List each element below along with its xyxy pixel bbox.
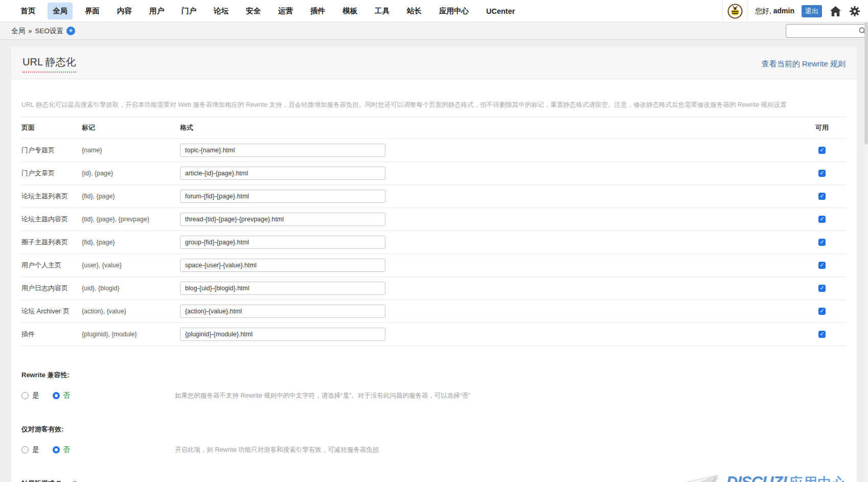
radio-no[interactable]: 否 [53, 391, 71, 400]
table-row: 圈子主题列表页 {fid}, {page} [21, 231, 847, 254]
watermark-text: DISCUZ! 应用中心 addon.dismall.com [726, 474, 847, 482]
breadcrumb: 全局 » SEO设置 [11, 27, 63, 36]
row-page-label: 圈子主题列表页 [21, 238, 82, 247]
table-header-row: 页面 标记 格式 可用 [21, 117, 847, 139]
page-description: URL 静态化可以提高搜索引擎抓取，开启本功能需要对 Web 服务器增加相应的 … [21, 101, 847, 109]
col-header-available: 可用 [797, 123, 847, 132]
bee-avatar-icon [727, 4, 743, 19]
nav-item-operation[interactable]: 运营 [273, 3, 298, 19]
available-checkbox[interactable] [818, 216, 826, 223]
nav-item-forum[interactable]: 论坛 [209, 3, 234, 19]
panel-body: URL 静态化可以提高搜索引擎抓取，开启本功能需要对 Web 服务器增加相应的 … [11, 101, 857, 482]
nav-item-global[interactable]: 全局 [48, 3, 73, 19]
gear-icon[interactable] [849, 5, 861, 17]
nav-item-portal[interactable]: 门户 [176, 3, 201, 19]
breadcrumb-bar: 全局 » SEO设置 + [0, 22, 868, 40]
radio-icon [53, 446, 60, 453]
format-input[interactable] [180, 328, 385, 341]
nav-item-home[interactable]: 首页 [15, 3, 40, 19]
row-page-label: 论坛 Archiver 页 [21, 307, 82, 316]
row-tags: {action}, {value} [82, 308, 180, 315]
radio-group-guests-only: 是 否 [21, 445, 175, 454]
nav-item-users[interactable]: 用户 [144, 3, 169, 19]
scrollbar-thumb[interactable] [864, 22, 868, 145]
paper-plane-icon [683, 474, 723, 482]
radio-icon [21, 392, 29, 399]
table-row: 门户文章页 {id}, {page} [21, 162, 847, 185]
nav-item-appcenter[interactable]: 应用中心 [434, 3, 474, 19]
available-checkbox[interactable] [818, 331, 826, 338]
nav-item-security[interactable]: 安全 [241, 3, 266, 19]
watermark-brand: DISCUZ! [726, 473, 787, 482]
row-tags: {fid}, {page} [82, 193, 180, 200]
nav-item-webmaster[interactable]: 站长 [402, 3, 427, 19]
page-title: URL 静态化 [22, 55, 76, 73]
available-checkbox[interactable] [818, 285, 826, 292]
table-row: 插件 {pluginid}, {module} [21, 323, 847, 346]
format-input[interactable] [180, 305, 385, 318]
seo-settings-panel: URL 静态化 查看当前的 Rewrite 规则 URL 静态化可以提高搜索引擎… [11, 47, 857, 482]
vertical-scrollbar[interactable] [864, 22, 868, 482]
format-input[interactable] [180, 259, 385, 272]
nav-item-ucenter[interactable]: UCenter [481, 4, 520, 19]
table-row: 论坛 Archiver 页 {action}, {value} [21, 300, 847, 323]
nav-item-plugins[interactable]: 插件 [305, 3, 330, 19]
row-page-label: 门户专题页 [21, 146, 82, 155]
top-nav: 首页 全局 界面 内容 用户 门户 论坛 安全 运营 插件 模板 工具 站长 应… [0, 0, 868, 22]
option-row: 是 否 如果您的服务器不支持 Rewrite 规则中的中文字符，请选择“是”。对… [21, 391, 847, 400]
row-page-label: 插件 [21, 330, 82, 339]
nav-item-tools[interactable]: 工具 [370, 3, 395, 19]
watermark-suffix: 应用中心 [789, 475, 847, 482]
available-checkbox[interactable] [818, 262, 826, 269]
home-icon[interactable] [829, 5, 841, 17]
greeting-text: 您好, admin [755, 7, 794, 16]
radio-no[interactable]: 否 [53, 445, 71, 454]
table-row: 论坛主题内容页 {tid}, {page}, {prevpage} [21, 208, 847, 231]
available-checkbox[interactable] [818, 239, 826, 246]
format-input[interactable] [180, 167, 385, 180]
table-row: 用户个人主页 {user}, {value} [21, 254, 847, 277]
radio-icon [53, 392, 60, 399]
radio-group-rewrite-compat: 是 否 [21, 391, 175, 400]
nav-item-interface[interactable]: 界面 [80, 3, 105, 19]
format-input[interactable] [180, 144, 385, 157]
available-checkbox[interactable] [818, 308, 826, 315]
avatar[interactable] [722, 0, 748, 22]
available-checkbox[interactable] [818, 170, 826, 177]
row-tags: {id}, {page} [82, 170, 180, 177]
format-input[interactable] [180, 282, 385, 295]
view-rewrite-rules-link[interactable]: 查看当前的 Rewrite 规则 [762, 59, 846, 69]
username: admin [773, 7, 794, 15]
row-tags: {name} [82, 147, 180, 154]
row-tags: {pluginid}, {module} [82, 331, 180, 338]
format-input[interactable] [180, 213, 385, 226]
add-favorite-icon[interactable]: + [66, 27, 75, 35]
table-row: 论坛主题列表页 {fid}, {page} [21, 185, 847, 208]
row-page-label: 论坛主题内容页 [21, 215, 82, 224]
table-row: 门户专题页 {name} [21, 139, 847, 162]
search-input[interactable] [786, 24, 868, 38]
table-row: 用户日志内容页 {uid}, {blogid} [21, 277, 847, 300]
radio-yes[interactable]: 是 [21, 391, 39, 400]
breadcrumb-root[interactable]: 全局 [11, 27, 25, 36]
radio-icon [21, 446, 29, 453]
row-tags: {uid}, {blogid} [82, 285, 180, 292]
radio-yes[interactable]: 是 [21, 445, 39, 454]
radio-no-label: 否 [63, 391, 71, 400]
available-checkbox[interactable] [818, 193, 826, 200]
col-header-format: 格式 [180, 123, 797, 132]
option-description: 开启此项，则 Rewrite 功能只对游客和搜索引擎有效，可减轻服务器负担 [175, 446, 379, 454]
logout-button[interactable]: 退出 [802, 5, 822, 17]
radio-no-label: 否 [63, 445, 71, 454]
format-input[interactable] [180, 190, 385, 203]
search-wrap [786, 24, 868, 38]
url-format-table: 页面 标记 格式 可用 门户专题页 {name} 门户文章页 {id}, {pa… [21, 117, 847, 346]
breadcrumb-current: SEO设置 [35, 27, 64, 36]
nav-item-templates[interactable]: 模板 [337, 3, 362, 19]
available-checkbox[interactable] [818, 147, 826, 154]
row-page-label: 门户文章页 [21, 169, 82, 178]
row-page-label: 用户个人主页 [21, 261, 82, 270]
greeting-prefix: 您好, [755, 7, 771, 15]
nav-item-content[interactable]: 内容 [112, 3, 137, 19]
format-input[interactable] [180, 236, 385, 249]
